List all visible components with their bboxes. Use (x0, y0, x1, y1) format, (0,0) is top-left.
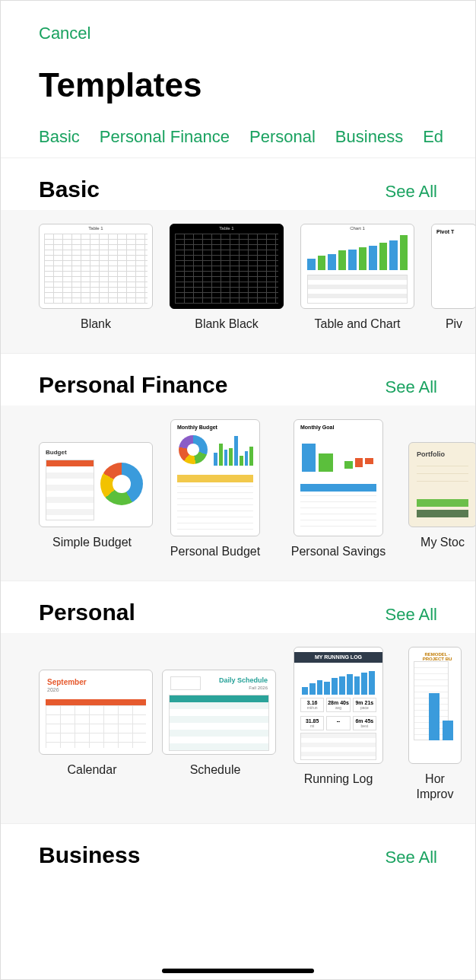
template-label: Running Log (285, 772, 392, 787)
template-home-improvement[interactable]: REMODEL · PROJECT BU Hor Improv (408, 647, 462, 802)
stat-value: 9m 21s (354, 700, 376, 705)
thumb-title: MY RUNNING LOG (294, 652, 382, 663)
page-title: Templates (39, 66, 437, 104)
stat-unit: pace (354, 705, 376, 710)
section-personal-finance: Personal Finance See All Budget Simple B… (1, 353, 475, 581)
template-personal-budget[interactable]: Monthly Budget Personal Budget (162, 419, 268, 559)
see-all-personal[interactable]: See All (386, 605, 438, 625)
template-blank[interactable]: Table 1 Blank (39, 224, 153, 332)
section-basic: Basic See All Table 1 Blank Table 1 Blan… (1, 158, 475, 353)
thumb-subtitle: Fall 2026 (249, 686, 268, 690)
donut-chart-icon (100, 463, 143, 505)
thumb-title: Monthly Goal (300, 425, 334, 430)
stat-unit: best (354, 724, 376, 728)
template-label: Piv (431, 317, 475, 332)
thumb-title: REMODEL · PROJECT BU (414, 652, 461, 661)
tab-business[interactable]: Business (335, 127, 403, 147)
template-running-log[interactable]: MY RUNNING LOG 3.16mi/run 28m 40savg 9m … (285, 647, 392, 802)
template-label: Table and Chart (300, 317, 414, 332)
thumb-title: Table 1 (170, 226, 283, 231)
tab-education[interactable]: Ed (423, 127, 443, 147)
template-label: Personal Savings (285, 544, 392, 559)
template-label: Schedule (162, 762, 268, 778)
section-business: Business See All (1, 823, 475, 876)
section-personal: Personal See All September 2026 Calendar… (1, 581, 475, 823)
tab-personal[interactable]: Personal (249, 127, 316, 147)
thumb-subtitle: 2026 (47, 687, 59, 692)
section-pf-title: Personal Finance (39, 372, 227, 398)
stat-unit: avg (327, 705, 349, 710)
stat-unit: mi (301, 724, 323, 728)
template-personal-savings[interactable]: Monthly Goal Personal Savings (285, 419, 392, 559)
template-schedule[interactable]: Daily Schedule Fall 2026 Schedule (162, 647, 268, 802)
see-all-business[interactable]: See All (386, 848, 438, 867)
category-tabs: Basic Personal Finance Personal Business… (1, 112, 475, 158)
section-basic-title: Basic (39, 177, 100, 202)
template-pivot[interactable]: Pivot T Piv (431, 224, 475, 332)
cancel-button[interactable]: Cancel (39, 24, 437, 43)
thumb-title: Chart 1 (301, 226, 414, 231)
tab-personal-finance[interactable]: Personal Finance (100, 127, 230, 147)
template-label: Personal Budget (162, 544, 268, 559)
thumb-title: Pivot T (436, 229, 454, 234)
template-calendar[interactable]: September 2026 Calendar (39, 647, 145, 802)
thumb-title: Table 1 (40, 226, 152, 231)
stat-value: 3.16 (301, 700, 323, 705)
stat-value: 28m 40s (327, 700, 349, 705)
template-label: Hor Improv (408, 772, 462, 802)
template-label: Blank Black (170, 317, 284, 332)
template-simple-budget[interactable]: Budget Simple Budget (39, 419, 145, 559)
template-label: Blank (39, 317, 153, 332)
thumb-title: Budget (46, 449, 67, 456)
thumb-title: Monthly Budget (177, 425, 217, 430)
stat-value: -- (327, 718, 349, 724)
template-my-stocks[interactable]: Portfolio My Stoc (408, 419, 475, 559)
template-label: Calendar (39, 762, 145, 778)
see-all-basic[interactable]: See All (386, 182, 438, 202)
stat-value: 31.85 (301, 718, 323, 724)
section-personal-title: Personal (39, 600, 135, 625)
template-label: My Stoc (408, 535, 475, 550)
stat-unit: mi/run (301, 705, 323, 710)
thumb-title: Daily Schedule (219, 676, 268, 684)
donut-chart-icon (179, 435, 208, 464)
thumb-title: September (47, 678, 87, 686)
see-all-personal-finance[interactable]: See All (386, 377, 438, 397)
section-business-title: Business (39, 842, 140, 868)
tab-basic[interactable]: Basic (39, 127, 80, 147)
home-indicator[interactable] (162, 969, 314, 973)
template-label: Simple Budget (39, 535, 145, 550)
thumb-title: Portfolio (417, 450, 445, 458)
template-table-and-chart[interactable]: Chart 1 Table and Chart (300, 224, 414, 332)
stat-value: 6m 45s (354, 718, 376, 724)
template-blank-black[interactable]: Table 1 Blank Black (170, 224, 284, 332)
